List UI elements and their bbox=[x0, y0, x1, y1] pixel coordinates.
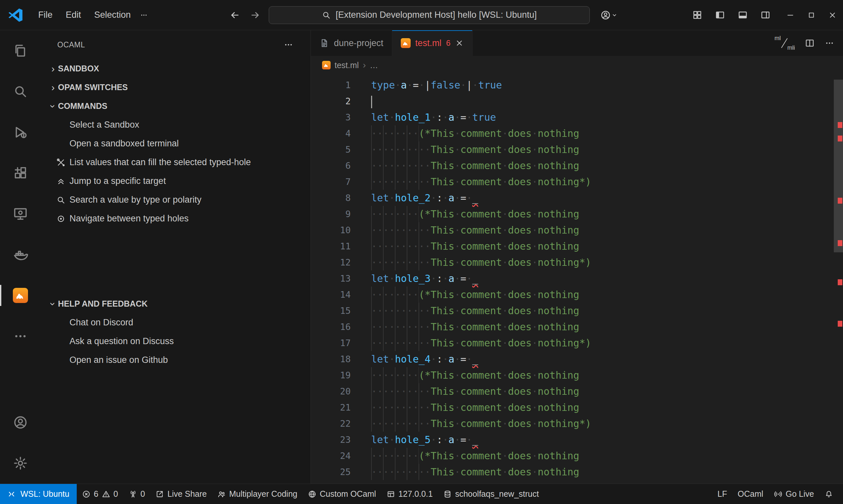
tab-test-ml[interactable]: test.ml6 bbox=[392, 30, 472, 56]
activity-item-ocaml-view[interactable] bbox=[0, 275, 41, 316]
menu-selection[interactable]: Selection bbox=[88, 6, 137, 23]
whitespace-dots: · bbox=[454, 257, 460, 268]
sidebar-item-chat-on-discord[interactable]: Chat on Discord bbox=[41, 313, 311, 332]
code-line[interactable]: 23let·hole_5·:·a·=·_ bbox=[311, 432, 843, 448]
code-line[interactable]: 9········(*This·comment·does·nothing bbox=[311, 206, 843, 222]
status-server-address[interactable]: 127.0.0.1 bbox=[381, 484, 438, 504]
code-line[interactable]: 25··········This·comment·does·nothing bbox=[311, 464, 843, 480]
code-line[interactable]: 12··········This·comment·does·nothing*) bbox=[311, 254, 843, 270]
activity-item-extensions[interactable] bbox=[0, 152, 41, 194]
item-label: Jump to a specific target bbox=[69, 176, 166, 186]
toggle-panel-button[interactable] bbox=[738, 10, 748, 20]
code-line[interactable]: 18let·hole_4·:·a·=·_ bbox=[311, 351, 843, 367]
status-ports[interactable]: 0 bbox=[123, 484, 151, 504]
sidebar-item-ask-a-question-on-discuss[interactable]: Ask a question on Discuss bbox=[41, 332, 311, 351]
activity-item-additional-views[interactable] bbox=[0, 316, 41, 357]
code-line[interactable]: 4········(*This·comment·does·nothing bbox=[311, 125, 843, 142]
editor-more-actions-button[interactable] bbox=[825, 38, 835, 48]
editor-code[interactable]: 1type·a·=·|false·|·true23let·hole_1·:·a·… bbox=[311, 74, 843, 484]
toggle-secondary-sidebar-button[interactable] bbox=[760, 10, 771, 20]
status-go-live[interactable]: Go Live bbox=[769, 484, 819, 504]
activity-item-remote-explorer[interactable] bbox=[0, 194, 41, 234]
section-opam-switches[interactable]: ›OPAM SWITCHES bbox=[41, 78, 311, 97]
ocaml-icon bbox=[401, 38, 411, 48]
sidebar-item-open-a-sandboxed-terminal[interactable]: Open a sandboxed terminal bbox=[41, 134, 311, 153]
code-line[interactable]: 11··········This·comment·does·nothing bbox=[311, 238, 843, 254]
gear-icon bbox=[13, 456, 28, 471]
search-icon bbox=[13, 84, 28, 99]
whitespace-dots: · bbox=[532, 176, 538, 187]
status-language-mode[interactable]: OCaml bbox=[732, 484, 769, 504]
sidebar-item-list-values-that-can-fill-the-selected-typed-hole[interactable]: List values that can fill the selected t… bbox=[41, 153, 311, 172]
sidebar-item-jump-to-a-specific-target[interactable]: Jump to a specific target bbox=[41, 172, 311, 191]
tab-close-button[interactable] bbox=[455, 39, 464, 47]
activity-item-settings[interactable] bbox=[0, 443, 41, 484]
go-back-button[interactable] bbox=[229, 10, 240, 21]
split-editor-button[interactable] bbox=[805, 38, 815, 48]
code-line[interactable]: 1type·a·=·|false·|·true bbox=[311, 77, 843, 93]
code-line[interactable]: 14········(*This·comment·does·nothing bbox=[311, 287, 843, 303]
scrollbar-thumb[interactable] bbox=[834, 79, 843, 252]
menu-file[interactable]: File bbox=[32, 6, 59, 23]
code-line[interactable]: 7··········This·comment·does·nothing*) bbox=[311, 174, 843, 190]
code-token: hole_4 bbox=[395, 353, 430, 365]
code-line[interactable]: 10··········This·comment·does·nothing bbox=[311, 222, 843, 238]
switch-ml-mli-button[interactable]: ml mli bbox=[774, 36, 795, 51]
section-commands[interactable]: ›COMMANDS bbox=[41, 97, 311, 115]
profiles-button[interactable] bbox=[600, 10, 618, 20]
section-help-and-feedback[interactable]: ›HELP AND FEEDBACK bbox=[41, 294, 311, 313]
sidebar-item-open-an-issue-on-github[interactable]: Open an issue on Github bbox=[41, 351, 311, 370]
status-eol[interactable]: LF bbox=[712, 484, 732, 504]
menu-edit[interactable]: Edit bbox=[59, 6, 88, 23]
status-custom-ocaml[interactable]: Custom OCaml bbox=[303, 484, 381, 504]
whitespace-dots: ·········· bbox=[371, 399, 431, 415]
activity-item-docker[interactable] bbox=[0, 234, 41, 275]
code-line[interactable]: 17··········This·comment·does·nothing*) bbox=[311, 335, 843, 351]
customize-layout-button[interactable] bbox=[692, 10, 702, 20]
whitespace-dots: · bbox=[472, 79, 478, 91]
maximize-button[interactable] bbox=[801, 0, 822, 30]
activity-bar bbox=[0, 30, 41, 484]
menu-overflow-button[interactable] bbox=[137, 8, 151, 22]
status-workspace-db[interactable]: schoolfaqs_new_struct bbox=[438, 484, 544, 504]
activity-item-search[interactable] bbox=[0, 71, 41, 112]
activity-item-explorer[interactable] bbox=[0, 30, 41, 71]
globe-icon bbox=[308, 490, 316, 499]
code-line[interactable]: 19········(*This·comment·does·nothing bbox=[311, 367, 843, 383]
sidebar-more-actions-button[interactable] bbox=[283, 40, 293, 50]
code-line[interactable]: 15··········This·comment·does·nothing bbox=[311, 303, 843, 319]
breadcrumb-file[interactable]: test.ml bbox=[334, 60, 359, 70]
status-multiplayer-coding[interactable]: Multiplayer Coding bbox=[212, 484, 303, 504]
status-notifications[interactable] bbox=[819, 484, 838, 504]
code-line[interactable]: 6··········This·comment·does·nothing bbox=[311, 158, 843, 174]
toggle-primary-sidebar-button[interactable] bbox=[715, 10, 725, 20]
activity-item-run-and-debug[interactable] bbox=[0, 112, 41, 152]
code-token: : bbox=[437, 111, 443, 123]
section-sandbox[interactable]: ›SANDBOX bbox=[41, 59, 311, 78]
code-line[interactable]: 3let·hole_1·:·a·=·true bbox=[311, 109, 843, 125]
code-line[interactable]: 8let·hole_2·:·a·=·_ bbox=[311, 190, 843, 206]
code-line[interactable]: 13let·hole_3·:·a·=·_ bbox=[311, 270, 843, 287]
status-problems[interactable]: 60 bbox=[77, 484, 123, 504]
code-line[interactable]: 24········(*This·comment·does·nothing bbox=[311, 448, 843, 464]
status-remote-indicator[interactable]: WSL: Ubuntu bbox=[0, 484, 77, 504]
breadcrumb-more[interactable]: … bbox=[370, 60, 378, 70]
sidebar-item-select-a-sandbox[interactable]: Select a Sandbox bbox=[41, 115, 311, 134]
go-forward-button[interactable] bbox=[250, 10, 261, 21]
status-live-share[interactable]: Live Share bbox=[150, 484, 212, 504]
code-line[interactable]: 5··········This·comment·does·nothing bbox=[311, 142, 843, 158]
code-line[interactable]: 20··········This·comment·does·nothing bbox=[311, 383, 843, 399]
close-window-button[interactable] bbox=[822, 0, 843, 30]
tab-dune-project[interactable]: dune-project bbox=[311, 30, 392, 56]
sidebar-item-navigate-between-typed-holes[interactable]: Navigate between typed holes bbox=[41, 209, 311, 228]
code-line[interactable]: 22··········This·comment·does·nothing*) bbox=[311, 415, 843, 432]
sidebar-item-search-a-value-by-type-or-polarity[interactable]: Search a value by type or polarity bbox=[41, 191, 311, 209]
code-line[interactable]: 16··········This·comment·does·nothing bbox=[311, 319, 843, 335]
maximize-icon bbox=[807, 11, 816, 19]
command-center[interactable]: [Extension Development Host] hello [WSL:… bbox=[269, 6, 590, 24]
activity-item-accounts[interactable] bbox=[0, 402, 41, 443]
code-line[interactable]: 2 bbox=[311, 93, 843, 109]
code-line[interactable]: 21··········This·comment·does·nothing bbox=[311, 399, 843, 415]
whitespace-dots: · bbox=[454, 273, 460, 284]
minimize-button[interactable] bbox=[780, 0, 801, 30]
